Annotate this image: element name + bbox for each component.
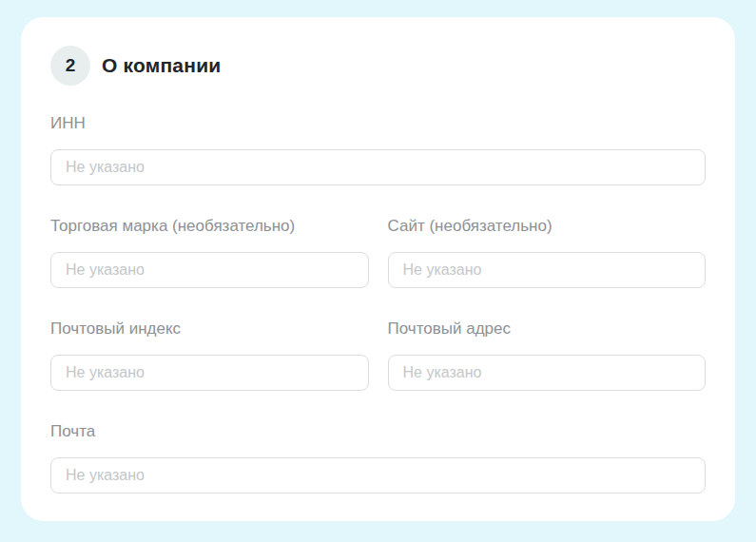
section-title: О компании	[102, 54, 221, 77]
email-field-group: Почта	[50, 422, 706, 494]
email-input[interactable]	[50, 457, 706, 494]
trademark-input[interactable]	[50, 252, 369, 288]
postal-address-label: Почтовый адрес	[388, 319, 707, 339]
inn-input[interactable]	[50, 149, 706, 185]
website-field-group: Сайт (необязательно)	[388, 217, 707, 288]
inn-field-group: ИНН	[50, 114, 706, 185]
postal-code-label: Почтовый индекс	[50, 319, 369, 339]
inn-label: ИНН	[50, 114, 706, 133]
postal-address-field-group: Почтовый адрес	[388, 319, 707, 391]
company-form: ИНН Торговая марка (необязательно) Сайт …	[50, 114, 706, 494]
email-label: Почта	[50, 422, 706, 441]
about-company-card: 2 О компании ИНН Торговая марка (необяза…	[21, 17, 735, 521]
trademark-label: Торговая марка (необязательно)	[50, 217, 369, 236]
step-number-badge: 2	[50, 46, 90, 86]
postal-code-field-group: Почтовый индекс	[50, 319, 369, 391]
postal-code-input[interactable]	[50, 355, 369, 391]
website-label: Сайт (необязательно)	[388, 217, 707, 236]
trademark-field-group: Торговая марка (необязательно)	[50, 217, 369, 288]
postal-address-input[interactable]	[388, 355, 707, 391]
section-header: 2 О компании	[50, 46, 706, 86]
website-input[interactable]	[388, 252, 707, 288]
